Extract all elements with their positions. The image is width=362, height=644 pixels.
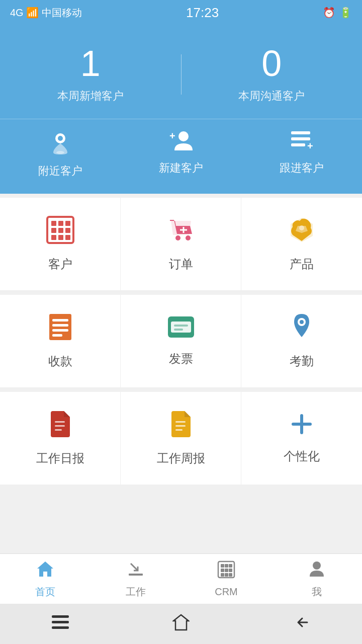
stat-communicated-customers: 0 本周沟通客户	[182, 45, 363, 104]
svg-point-23	[299, 225, 304, 230]
grid-item-daily-report[interactable]: 工作日报	[0, 392, 121, 485]
stat-communicated-value: 0	[182, 45, 363, 82]
home-button[interactable]	[157, 609, 205, 639]
svg-rect-40	[175, 429, 183, 431]
quick-action-followup[interactable]: + 跟进客户	[241, 129, 362, 179]
personalize-label: 个性化	[284, 448, 320, 464]
back-button[interactable]	[278, 610, 325, 638]
weekly-report-icon	[169, 410, 193, 442]
stat-new-customers-value: 1	[0, 45, 181, 82]
system-nav	[0, 604, 362, 644]
svg-rect-38	[175, 421, 186, 423]
svg-rect-14	[58, 228, 63, 233]
quick-action-nearby[interactable]: 附近客户	[0, 129, 121, 179]
svg-rect-25	[52, 319, 68, 321]
svg-rect-18	[65, 235, 70, 240]
svg-rect-26	[52, 324, 68, 327]
svg-rect-32	[174, 329, 183, 331]
grid-item-order[interactable]: 订单	[121, 198, 241, 291]
svg-rect-15	[65, 228, 70, 233]
signal-icon: 4G 📶	[10, 7, 39, 19]
home-icon	[36, 559, 54, 582]
svg-rect-5	[291, 131, 310, 134]
menu-button[interactable]	[37, 610, 84, 638]
svg-rect-31	[174, 325, 188, 327]
svg-point-19	[175, 235, 180, 240]
grid-item-receipt[interactable]: 收款	[0, 295, 121, 388]
svg-rect-28	[52, 334, 62, 337]
grid-item-weekly-report[interactable]: 工作周报	[121, 392, 241, 485]
stat-new-customers-label: 本周新增客户	[0, 89, 181, 104]
grid-item-invoice[interactable]: 发票	[121, 295, 241, 388]
svg-rect-42	[292, 423, 312, 426]
nav-work[interactable]: 工作	[90, 554, 181, 604]
svg-rect-16	[51, 235, 56, 240]
svg-rect-56	[52, 621, 69, 623]
grid-item-customer[interactable]: 客户	[0, 198, 121, 291]
quick-action-new-customer[interactable]: + 新建客户	[121, 129, 241, 179]
customer-label: 客户	[48, 256, 72, 272]
grid-item-personalize[interactable]: 个性化	[241, 392, 362, 485]
svg-rect-43	[129, 574, 143, 576]
order-icon	[167, 216, 195, 248]
nav-crm-label: CRM	[215, 586, 238, 598]
customer-icon	[46, 216, 74, 248]
status-left: 4G 📶 中国移动	[10, 6, 82, 20]
alarm-icon: ⏰	[323, 7, 335, 19]
svg-rect-53	[229, 573, 232, 577]
weekly-report-label: 工作周报	[157, 450, 205, 466]
nav-work-label: 工作	[126, 585, 146, 599]
grid-item-product[interactable]: 产品	[241, 198, 362, 291]
grid-row1: 客户 订单 产品	[0, 194, 362, 291]
row-separator-2	[0, 388, 362, 392]
svg-rect-47	[229, 564, 232, 568]
svg-text:+: +	[307, 140, 313, 151]
stats-section: 1 本周新增客户 0 本周沟通客户	[0, 25, 362, 119]
nav-profile-label: 我	[312, 585, 322, 599]
status-bar: 4G 📶 中国移动 17:23 ⏰ 🔋	[0, 0, 362, 25]
grid-item-attendance[interactable]: 考勤	[241, 295, 362, 388]
quick-action-nearby-label: 附近客户	[38, 164, 82, 179]
svg-rect-17	[58, 235, 63, 240]
grid-row2: 收款 发票 考勤	[0, 295, 362, 388]
work-icon	[127, 559, 145, 582]
invoice-label: 发票	[169, 351, 193, 367]
svg-rect-36	[55, 425, 65, 427]
row-separator-1	[0, 291, 362, 295]
svg-rect-39	[175, 425, 186, 427]
quick-action-followup-label: 跟进客户	[280, 160, 324, 176]
svg-rect-51	[221, 573, 224, 577]
svg-text:+: +	[169, 130, 175, 141]
svg-point-1	[58, 136, 63, 141]
product-label: 产品	[290, 256, 314, 272]
svg-rect-35	[55, 421, 65, 423]
carrier-label: 中国移动	[42, 6, 82, 20]
attendance-icon	[290, 313, 313, 345]
svg-rect-57	[52, 626, 69, 629]
svg-rect-46	[225, 564, 228, 568]
nav-crm[interactable]: CRM	[181, 555, 272, 603]
stat-new-customers: 1 本周新增客户	[0, 45, 181, 104]
receipt-label: 收款	[48, 353, 72, 369]
svg-rect-52	[225, 573, 228, 577]
nav-home[interactable]: 首页	[0, 554, 90, 604]
svg-rect-12	[65, 221, 70, 226]
svg-point-20	[186, 235, 191, 240]
svg-rect-45	[221, 564, 224, 568]
quick-actions: 附近客户 + 新建客户 + 跟进客户	[0, 119, 362, 194]
svg-rect-50	[229, 569, 232, 572]
daily-report-icon	[49, 410, 72, 442]
personalize-icon	[290, 412, 314, 440]
quick-action-new-label: 新建客户	[159, 160, 203, 176]
order-label: 订单	[169, 256, 193, 272]
bottom-nav: 首页 工作 CRM	[0, 553, 362, 604]
svg-point-34	[300, 320, 304, 324]
svg-rect-13	[51, 228, 56, 233]
svg-rect-11	[58, 221, 63, 226]
svg-rect-48	[221, 569, 224, 572]
status-time: 17:23	[186, 5, 219, 21]
grid-row3: 工作日报 工作周报 个性化	[0, 392, 362, 485]
crm-icon	[217, 560, 235, 583]
svg-rect-55	[52, 615, 69, 618]
nav-profile[interactable]: 我	[272, 554, 362, 604]
